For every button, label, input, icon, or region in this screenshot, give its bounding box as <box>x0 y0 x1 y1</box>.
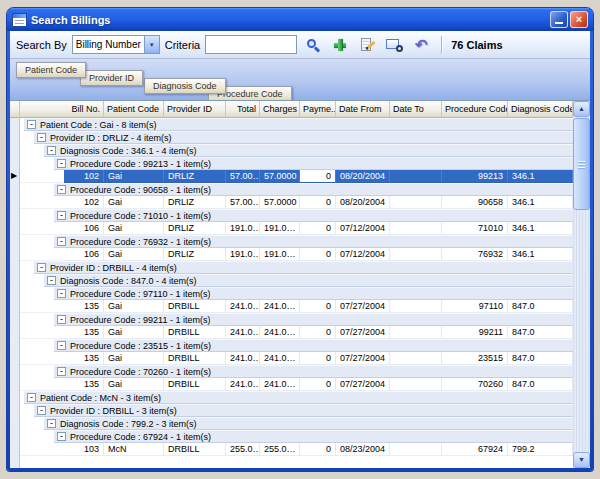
grid-cell[interactable]: 97110 <box>442 300 508 313</box>
grid-cell[interactable]: 70260 <box>442 378 508 391</box>
group-box-diagnosis-code[interactable]: Diagnosis Code <box>144 78 226 94</box>
grid-cell[interactable]: 241.0… <box>260 326 300 339</box>
grid-cell[interactable]: Gai <box>104 378 164 391</box>
grid-cell[interactable]: 07/27/2004 <box>336 352 390 365</box>
close-button[interactable]: × <box>570 11 588 28</box>
grid-cell[interactable] <box>390 326 442 339</box>
grid-cell[interactable]: 102 <box>64 196 104 209</box>
grid-cell[interactable]: 71010 <box>442 222 508 235</box>
collapse-button[interactable]: - <box>47 276 56 285</box>
grid-cell[interactable]: Gai <box>104 222 164 235</box>
data-row[interactable]: 106GaiDRLIZ191.0…191.0…007/12/2004710103… <box>20 222 573 235</box>
grid-cell[interactable]: 346.1 <box>508 222 573 235</box>
grid-cell[interactable]: 57.00… <box>226 196 260 209</box>
grid-cell[interactable]: DRLIZ <box>164 170 226 183</box>
grid-cell[interactable]: 191.0… <box>226 248 260 261</box>
group-row[interactable]: -Procedure Code : 76932 - 1 item(s) <box>20 235 573 248</box>
grid-cell[interactable]: 191.0… <box>226 222 260 235</box>
group-row[interactable]: -Provider ID : DRLIZ - 4 item(s) <box>20 131 573 144</box>
scroll-down-button[interactable]: ▼ <box>573 452 590 468</box>
grid-cell[interactable]: 255.0… <box>260 443 300 456</box>
collapse-button[interactable]: - <box>57 185 66 194</box>
data-row[interactable]: 135GaiDRBILL241.0…241.0…007/27/200423515… <box>20 352 573 365</box>
column-header[interactable]: Payme... <box>300 101 336 118</box>
search-by-dropdown[interactable]: Billing Number ▼ <box>72 35 160 54</box>
grid-cell[interactable]: 57.0000 <box>260 196 300 209</box>
scroll-up-button[interactable]: ▲ <box>573 101 590 117</box>
collapse-button[interactable]: - <box>37 406 46 415</box>
grid-cell[interactable]: 07/27/2004 <box>336 326 390 339</box>
grid-cell[interactable]: DRBILL <box>164 443 226 456</box>
column-header[interactable]: Date To <box>390 101 442 118</box>
column-header[interactable]: Procedure Code <box>442 101 508 118</box>
group-row[interactable]: -Procedure Code : 23515 - 1 item(s) <box>20 339 573 352</box>
grid-cell[interactable] <box>390 443 442 456</box>
group-box-provider-id[interactable]: Provider ID <box>80 70 143 86</box>
collapse-button[interactable]: - <box>57 432 66 441</box>
grid-cell[interactable] <box>390 300 442 313</box>
collapse-button[interactable]: - <box>57 315 66 324</box>
grid-cell[interactable]: 0 <box>300 378 336 391</box>
grid-cell[interactable]: 90658 <box>442 196 508 209</box>
grid-cell[interactable]: 135 <box>64 352 104 365</box>
grid-cell[interactable]: McN <box>104 443 164 456</box>
grid-cell[interactable]: DRBILL <box>164 326 226 339</box>
grid-cell[interactable]: 847.0 <box>508 326 573 339</box>
collapse-button[interactable]: - <box>57 341 66 350</box>
grid-cell[interactable]: Gai <box>104 352 164 365</box>
collapse-button[interactable]: - <box>27 393 36 402</box>
grid-cell[interactable]: 23515 <box>442 352 508 365</box>
grid-cell[interactable]: DRBILL <box>164 300 226 313</box>
group-row[interactable]: -Provider ID : DRBILL - 4 item(s) <box>20 261 573 274</box>
group-row[interactable]: -Patient Code : McN - 3 item(s) <box>20 391 573 404</box>
grid-cell[interactable]: 67924 <box>442 443 508 456</box>
grid-cell[interactable]: 07/27/2004 <box>336 300 390 313</box>
column-header[interactable]: Patient Code <box>104 101 164 118</box>
grid-cell[interactable]: 191.0… <box>260 248 300 261</box>
grid-cell[interactable]: 102 <box>64 170 104 183</box>
grid-cell[interactable]: 0 <box>300 222 336 235</box>
group-row[interactable]: -Procedure Code : 70260 - 1 item(s) <box>20 365 573 378</box>
grid-cell[interactable]: 135 <box>64 378 104 391</box>
collapse-button[interactable]: - <box>37 263 46 272</box>
column-header[interactable]: Charges <box>260 101 300 118</box>
grid-cell[interactable]: Gai <box>104 170 164 183</box>
grid-cell[interactable]: 57.00… <box>226 170 260 183</box>
grid-cell[interactable] <box>390 352 442 365</box>
grid-cell[interactable]: 07/27/2004 <box>336 378 390 391</box>
add-button[interactable] <box>329 34 351 56</box>
titlebar[interactable]: Search Billings × <box>7 8 593 31</box>
grid-cell[interactable]: DRLIZ <box>164 196 226 209</box>
collapse-button[interactable]: - <box>57 289 66 298</box>
grid-cell[interactable]: DRBILL <box>164 378 226 391</box>
grid-cell[interactable]: Gai <box>104 326 164 339</box>
vertical-scrollbar[interactable]: ▲ ▼ <box>573 101 590 468</box>
criteria-input[interactable] <box>205 35 297 54</box>
grid-cell[interactable]: 57.0000 <box>260 170 300 183</box>
grid-cell[interactable]: 135 <box>64 300 104 313</box>
collapse-button[interactable]: - <box>47 146 56 155</box>
collapse-button[interactable]: - <box>57 159 66 168</box>
grid-cell[interactable]: 847.0 <box>508 300 573 313</box>
group-row[interactable]: -Procedure Code : 99211 - 1 item(s) <box>20 313 573 326</box>
grid-cell[interactable]: 346.1 <box>508 170 573 183</box>
grid-cell[interactable]: 07/12/2004 <box>336 222 390 235</box>
column-header[interactable]: Date From <box>336 101 390 118</box>
grid-cell[interactable]: Gai <box>104 248 164 261</box>
grid-cell[interactable] <box>390 378 442 391</box>
scroll-thumb[interactable] <box>573 118 590 210</box>
grid-cell[interactable]: DRLIZ <box>164 248 226 261</box>
column-header[interactable]: Total <box>226 101 260 118</box>
grid-cell[interactable]: 241.0… <box>226 326 260 339</box>
grid-cell[interactable]: 346.1 <box>508 248 573 261</box>
grid-cell[interactable]: 07/12/2004 <box>336 248 390 261</box>
grid-cell[interactable]: 0 <box>300 196 336 209</box>
group-row[interactable]: -Procedure Code : 99213 - 1 item(s) <box>20 157 573 170</box>
grid-cell[interactable]: DRLIZ <box>164 222 226 235</box>
grid-cell[interactable]: 08/23/2004 <box>336 443 390 456</box>
grid-cell[interactable]: 241.0… <box>226 352 260 365</box>
grid-cell[interactable]: 135 <box>64 326 104 339</box>
group-row[interactable]: -Procedure Code : 71010 - 1 item(s) <box>20 209 573 222</box>
grid-cell[interactable]: 0 <box>300 300 336 313</box>
grid-cell[interactable]: 847.0 <box>508 352 573 365</box>
